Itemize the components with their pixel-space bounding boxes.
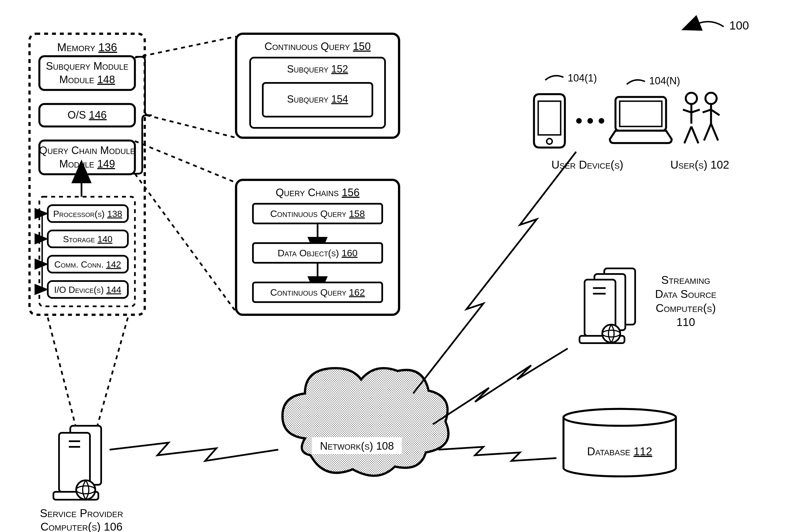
svg-point-58 — [602, 325, 620, 343]
cq-title: Continuous Query 150 — [265, 40, 371, 52]
ellipsis-icon — [576, 118, 604, 124]
svg-point-45 — [576, 118, 582, 124]
laptop-icon — [610, 97, 672, 143]
io-label: I/O Device(s) 144 — [54, 285, 121, 295]
svg-line-35 — [135, 174, 236, 312]
svg-line-6 — [97, 318, 128, 427]
svg-line-30 — [147, 115, 236, 138]
database-icon — [563, 409, 676, 476]
svg-line-5 — [48, 318, 76, 427]
detail-panel: Memory 136 Subquery Module Subquery Modu… — [30, 34, 152, 315]
network-label: Network(s) 108 — [320, 440, 394, 452]
network-cloud: Network(s) 108 — [283, 368, 448, 476]
cq1: Continuous Query 158 — [270, 208, 365, 219]
service-provider-label-1: Service Provider — [40, 507, 123, 519]
storage-label: Storage 140 — [63, 234, 112, 244]
svg-point-46 — [587, 118, 593, 124]
os-title: O/S 146 — [68, 109, 107, 121]
svg-point-61 — [563, 409, 676, 426]
streaming-l2: Data Source — [655, 288, 716, 300]
database-group: Database 112 — [563, 409, 676, 476]
streaming-l1: Streaming — [661, 274, 710, 286]
streaming-group: Streaming Data Source Computer(s) 110 — [579, 268, 716, 343]
streaming-l3: Computer(s) — [656, 302, 716, 314]
users-icon — [683, 93, 719, 143]
subq-outer: Subquery 152 — [287, 63, 348, 75]
service-provider-label-2: Computer(s) 106 — [40, 520, 122, 532]
service-provider-group: Service Provider Computer(s) 106 — [40, 318, 128, 532]
server-icon — [53, 426, 101, 500]
query-chains-panel: Query Chains 156 Continuous Query 158 Da… — [135, 141, 399, 315]
qcm-num: Module 149 — [59, 158, 115, 170]
qc-title: Query Chains 156 — [276, 187, 360, 198]
users-label: User(s) 102 — [670, 158, 729, 171]
qcm-title: Query Chain Module — [39, 145, 135, 156]
svg-rect-43 — [538, 101, 561, 135]
figure-number: 100 — [697, 19, 749, 32]
continuous-query-panel: Continuous Query 150 Subquery 152 Subque… — [135, 34, 399, 138]
streaming-num: 110 — [676, 316, 695, 328]
figure-number-text: 100 — [729, 19, 749, 32]
server-stack-icon — [579, 268, 635, 343]
phone-icon — [534, 94, 565, 148]
memory-title: Memory 136 — [57, 41, 117, 53]
svg-point-12 — [76, 480, 95, 499]
device-1-label: 104(1) — [568, 72, 597, 84]
device-n-label: 104(N) — [649, 75, 680, 87]
subquery-module-title: Subquery Module — [46, 60, 129, 72]
svg-line-34 — [135, 141, 236, 183]
user-devices-group: 104(1) 104(N) User Device(s) User(s) 102 — [534, 72, 729, 171]
cq2: Continuous Query 162 — [270, 287, 365, 298]
commconn-label: Comm. Conn. 142 — [54, 260, 121, 269]
database-label: Database 112 — [587, 445, 652, 457]
processor-label: Processor(s) 138 — [53, 209, 122, 219]
dataobj: Data Object(s) 160 — [278, 248, 358, 258]
user-devices-label: User Device(s) — [552, 158, 623, 171]
svg-rect-49 — [620, 101, 662, 127]
subq-inner: Subquery 154 — [287, 93, 348, 105]
svg-point-51 — [706, 93, 717, 104]
diagram: 100 Service Provider Computer(s) 106 Mem… — [0, 0, 790, 532]
svg-point-50 — [686, 93, 697, 104]
svg-line-29 — [135, 37, 236, 58]
svg-point-47 — [599, 118, 604, 124]
subquery-module-line2: Subquery ModuleModule 148 — [59, 74, 115, 86]
